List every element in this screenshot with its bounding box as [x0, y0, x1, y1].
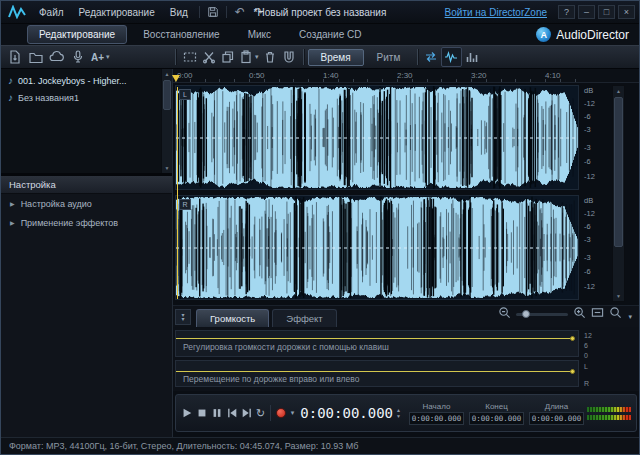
waveform-scrollbar[interactable]: ▲ ▼ — [612, 85, 625, 302]
transport-bar: ↻ ▾ 0:00:00.000 ▲ ▼ Начало 0:00:00.000 К… — [175, 394, 637, 432]
editor-area: 0:00 0:50 1:40 2:30 3:20 4:10 L — [173, 69, 639, 437]
tab-restoration[interactable]: Восстановление — [131, 25, 232, 44]
media-item[interactable]: ♪ Без названия1 — [1, 89, 161, 106]
menu-edit[interactable]: Редактирование — [72, 4, 162, 21]
db-label: -3 — [584, 125, 591, 134]
swap-channels-button[interactable] — [422, 47, 441, 67]
media-list-scrollbar[interactable]: ▲ ▼ — [161, 69, 172, 173]
time-spinner[interactable]: ▲ ▼ — [396, 408, 401, 419]
waveform-canvas-right[interactable] — [176, 196, 578, 299]
directorzone-cloud-button[interactable] — [47, 47, 66, 67]
end-value[interactable]: 0:00:00.000 — [469, 412, 524, 425]
go-to-end-button[interactable] — [241, 405, 253, 421]
settings-item-audio[interactable]: ▶ Настройка аудио — [1, 194, 172, 213]
scroll-down-button[interactable]: ▼ — [613, 291, 624, 301]
go-to-start-button[interactable] — [226, 405, 238, 421]
scroll-track[interactable] — [162, 79, 172, 163]
minimize-button[interactable]: – — [578, 5, 595, 19]
playhead-marker[interactable] — [172, 75, 180, 82]
record-button[interactable] — [276, 405, 286, 421]
waveform-view-button[interactable] — [441, 47, 462, 67]
paste-button[interactable]: ▾ — [237, 47, 261, 67]
envelope-keyframe[interactable] — [570, 336, 575, 341]
settings-header: Настройка — [1, 176, 172, 194]
scroll-thumb[interactable] — [163, 80, 171, 110]
directorzone-link[interactable]: Войти на DirectorZone — [445, 7, 555, 18]
volume-lane[interactable]: Регулировка громкости дорожки с помощью … — [175, 330, 579, 357]
start-label: Начало — [423, 402, 451, 411]
tab-editing[interactable]: Редактирование — [27, 25, 127, 44]
length-field: Длина 0:00:00.000 — [529, 402, 584, 425]
db-label: -3 — [584, 143, 591, 152]
settings-item-effects[interactable]: ▶ Применение эффектов — [1, 213, 172, 232]
channel-left[interactable]: L — [175, 85, 579, 190]
db-scale-left: dB -12 -6 -3 -3 -6 -12 — [579, 85, 611, 190]
stop-button[interactable] — [196, 405, 208, 421]
open-folder-button[interactable] — [26, 47, 45, 67]
scroll-up-button[interactable]: ▲ — [613, 86, 624, 96]
zoom-slider[interactable] — [516, 313, 568, 316]
pan-envelope-line[interactable] — [176, 371, 572, 372]
spinner-up-icon: ▲ — [396, 408, 401, 413]
timeline-ruler[interactable]: 0:00 0:50 1:40 2:30 3:20 4:10 — [173, 69, 639, 83]
razor-button[interactable] — [199, 47, 218, 67]
spinner-down-icon: ▼ — [396, 414, 401, 419]
brand: A AudioDirector — [536, 27, 639, 42]
channel-right[interactable]: R — [175, 195, 579, 300]
scroll-track[interactable] — [613, 96, 624, 291]
close-button[interactable]: × — [618, 5, 635, 19]
pause-button[interactable] — [211, 405, 223, 421]
time-mode-button[interactable]: Время — [308, 49, 364, 66]
play-button[interactable] — [181, 405, 193, 421]
length-value[interactable]: 0:00:00.000 — [529, 412, 584, 425]
record-icon — [276, 408, 286, 418]
tab-create-cd[interactable]: Создание CD — [287, 25, 373, 44]
loop-button[interactable]: ↻ — [256, 405, 265, 421]
zoom-fit-button[interactable] — [591, 305, 604, 323]
db-label: -3 — [584, 253, 591, 262]
delete-button[interactable] — [261, 47, 280, 67]
automation-lanes: Регулировка громкости дорожки с помощью … — [175, 330, 579, 391]
maximize-button[interactable]: □ — [598, 5, 615, 19]
zoom-options-button[interactable]: ▾ — [609, 305, 632, 323]
envelope-keyframe[interactable] — [570, 369, 575, 374]
snap-magnet-button[interactable] — [280, 47, 299, 67]
start-value[interactable]: 0:00:00.000 — [409, 412, 464, 425]
waveform-canvas-left[interactable] — [176, 86, 578, 189]
tab-volume[interactable]: Громкость — [196, 309, 269, 327]
help-button[interactable]: ? — [558, 5, 575, 19]
toolbar-divider — [303, 49, 304, 65]
scroll-up-button[interactable]: ▲ — [162, 69, 172, 79]
save-button[interactable] — [204, 4, 222, 20]
volume-envelope-line[interactable] — [176, 338, 572, 339]
toolbar-divider — [417, 49, 418, 65]
undo-button[interactable]: ↶ — [231, 4, 249, 20]
zoom-slider-thumb[interactable] — [522, 310, 530, 318]
zoom-out-button[interactable] — [498, 305, 511, 323]
record-options-button[interactable]: ▾ — [291, 409, 295, 417]
db-label: -12 — [584, 282, 595, 291]
menu-view[interactable]: Вид — [163, 4, 195, 21]
beat-mode-button[interactable]: Ритм — [364, 49, 414, 66]
zoom-in-button[interactable] — [573, 305, 586, 323]
copy-button[interactable] — [218, 47, 237, 67]
add-text-button[interactable]: A+ ▾ — [89, 47, 112, 67]
pan-lane[interactable]: Перемещение по дорожке вправо или влево — [175, 360, 579, 387]
marquee-select-button[interactable] — [180, 47, 199, 67]
scroll-thumb[interactable] — [614, 97, 623, 247]
spectral-view-button[interactable] — [462, 47, 481, 67]
settings-item-label: Настройка аудио — [21, 199, 92, 209]
collapse-panel-button[interactable]: ▾ ▾ — [175, 309, 191, 325]
length-label: Длина — [545, 402, 568, 411]
scale-label: R — [584, 380, 589, 387]
capture-button[interactable] — [68, 47, 87, 67]
menu-file[interactable]: Файл — [32, 4, 71, 21]
media-item[interactable]: ♪ 001. Jockeyboys - Higher... — [1, 72, 161, 89]
scroll-down-button[interactable]: ▼ — [162, 163, 172, 173]
chevron-down-icon: ▾ — [106, 53, 110, 61]
db-label: -12 — [584, 209, 595, 218]
tab-mix[interactable]: Микс — [236, 25, 283, 44]
tab-effect[interactable]: Эффект — [272, 309, 336, 327]
pan-lane-hint: Перемещение по дорожке вправо или влево — [183, 374, 359, 384]
import-media-button[interactable] — [5, 47, 24, 67]
